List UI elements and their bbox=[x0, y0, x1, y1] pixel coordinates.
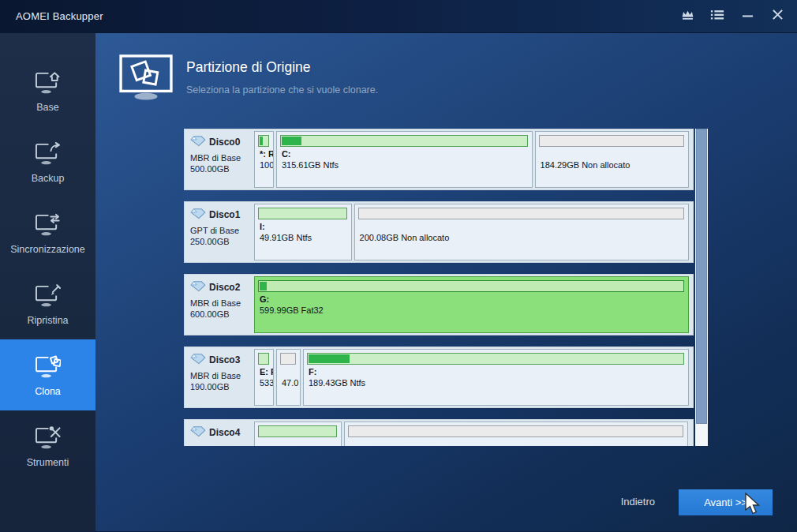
partition-used-fill bbox=[282, 137, 301, 145]
partition-label: G: bbox=[260, 294, 688, 305]
disk-icon bbox=[190, 208, 206, 222]
close-icon bbox=[772, 9, 784, 24]
disk-icon bbox=[190, 135, 206, 149]
partition-usage-bar bbox=[258, 425, 337, 437]
monitor-share-icon bbox=[35, 140, 61, 166]
partition-cell[interactable]: 200.08GB Non allocato bbox=[354, 204, 689, 260]
partition-cell[interactable]: E: R 533. bbox=[254, 349, 274, 406]
partition-usage-bar bbox=[280, 353, 296, 365]
sidebar-item-label: Backup bbox=[32, 173, 65, 184]
window-controls bbox=[672, 6, 792, 28]
page-header: Partizione di Origine Seleziona la parti… bbox=[118, 54, 378, 101]
partition-size: 189.43GB Ntfs bbox=[309, 378, 688, 388]
monitor-restore-icon bbox=[35, 283, 61, 308]
sidebar-item-base[interactable]: Base bbox=[0, 55, 95, 126]
sidebar-item-sincronizzazione[interactable]: Sincronizzazione bbox=[0, 197, 95, 268]
crown-upgrade-icon bbox=[680, 9, 695, 24]
partition-usage-bar bbox=[348, 425, 684, 437]
next-button[interactable]: Avanti >> bbox=[679, 489, 773, 515]
sidebar-item-label: Clona bbox=[35, 386, 61, 397]
partition-cell[interactable]: 47.0 bbox=[276, 349, 301, 406]
partition-usage-bar bbox=[258, 353, 269, 365]
disk-name: Disco2 bbox=[209, 282, 240, 293]
partition-size: 533. bbox=[260, 378, 273, 388]
sidebar-item-clona[interactable]: Clona bbox=[0, 339, 95, 410]
disk-icon bbox=[190, 280, 206, 294]
partition-strip: E: R 533. 47.0 F: 189.43GB Ntfs bbox=[252, 349, 691, 406]
disk-name: Disco0 bbox=[209, 137, 240, 148]
menu-button[interactable] bbox=[702, 6, 732, 28]
partition-label: F: bbox=[309, 367, 688, 377]
partition-size: 315.61GB Ntfs bbox=[282, 160, 532, 170]
partition-label bbox=[282, 367, 300, 377]
sidebar-item-label: Ripristina bbox=[27, 315, 68, 326]
partition-usage-bar bbox=[258, 135, 269, 147]
partition-used-fill bbox=[309, 354, 350, 363]
partition-label bbox=[350, 440, 688, 446]
menu-list-icon bbox=[710, 9, 724, 24]
disk-size: 250.00GB bbox=[190, 236, 252, 247]
disk-partition-style: MBR di Base bbox=[190, 298, 252, 309]
page-subtitle: Seleziona la partizione che si vuole clo… bbox=[186, 84, 378, 96]
app-title: AOMEI Backupper bbox=[16, 10, 103, 22]
partition-cell[interactable]: G: 599.99GB Fat32 bbox=[254, 276, 689, 333]
partition-usage-bar bbox=[280, 135, 528, 147]
sidebar: Base Backup Sincronizzazione Ripristina … bbox=[0, 33, 95, 531]
page-title: Partizione di Origine bbox=[186, 59, 378, 76]
partition-size: 200.08GB Non allocato bbox=[360, 233, 688, 242]
sidebar-item-label: Strumenti bbox=[27, 457, 69, 468]
disk-info: Disco0 MBR di Base 500.00GB bbox=[186, 131, 252, 188]
disk-list: Disco0 MBR di Base 500.00GB *: R 100. C:… bbox=[184, 129, 708, 446]
partition-size: 599.99GB Fat32 bbox=[260, 305, 688, 315]
scrollbar-thumb[interactable] bbox=[696, 129, 707, 424]
partition-strip: *: R 100. C: 315.61GB Ntfs 184.29GB Non … bbox=[252, 131, 691, 188]
partition-cell[interactable] bbox=[344, 421, 689, 446]
partition-label: I: bbox=[260, 222, 351, 232]
disk-row-0: Disco0 MBR di Base 500.00GB *: R 100. C:… bbox=[184, 129, 694, 190]
partition-cell[interactable]: I: 49.91GB Ntfs bbox=[254, 204, 352, 260]
partition-cell[interactable]: C: 315.61GB Ntfs bbox=[276, 131, 533, 188]
monitor-tools-icon bbox=[35, 425, 61, 450]
partition-cell[interactable] bbox=[254, 421, 342, 446]
disk-row-1: Disco1 GPT di Base 250.00GB I: 49.91GB N… bbox=[184, 201, 694, 263]
sidebar-item-ripristina[interactable]: Ripristina bbox=[0, 268, 95, 339]
sidebar-item-strumenti[interactable]: Strumenti bbox=[0, 410, 95, 481]
partition-used-fill bbox=[260, 282, 267, 290]
app-body: Base Backup Sincronizzazione Ripristina … bbox=[0, 33, 797, 531]
disk-info: Disco2 MBR di Base 600.00GB bbox=[186, 276, 252, 333]
partition-strip: I: 49.91GB Ntfs 200.08GB Non allocato bbox=[252, 204, 691, 260]
partition-cell[interactable]: *: R 100. bbox=[254, 131, 274, 188]
partition-label bbox=[260, 440, 341, 446]
disk-icon bbox=[190, 353, 206, 367]
partition-size: 47.0 bbox=[282, 378, 300, 388]
scrollbar-track[interactable] bbox=[695, 129, 708, 446]
aomei-backupper-window: { "window": { "title": "AOMEI Backupper"… bbox=[0, 0, 797, 532]
upgrade-button[interactable] bbox=[672, 6, 702, 28]
partition-cell[interactable]: 184.29GB Non allocato bbox=[535, 131, 689, 188]
disk-info: Disco4 bbox=[186, 421, 252, 446]
minimize-button[interactable] bbox=[732, 6, 762, 28]
partition-label: E: R bbox=[260, 367, 273, 377]
partition-used-fill bbox=[260, 137, 263, 145]
disk-size: 600.00GB bbox=[190, 309, 252, 320]
partition-size: 184.29GB Non allocato bbox=[541, 160, 688, 170]
back-button[interactable]: Indietro bbox=[621, 496, 655, 508]
close-button[interactable] bbox=[762, 6, 792, 28]
disk-name: Disco3 bbox=[209, 354, 240, 365]
disk-info: Disco3 MBR di Base 190.00GB bbox=[186, 349, 252, 406]
disk-name: Disco4 bbox=[209, 427, 240, 438]
sidebar-item-backup[interactable]: Backup bbox=[0, 126, 95, 197]
disk-partition-style: MBR di Base bbox=[190, 152, 252, 163]
partition-usage-bar bbox=[539, 135, 684, 147]
disk-name: Disco1 bbox=[209, 209, 240, 220]
monitor-home-icon bbox=[35, 69, 61, 95]
monitor-clone-icon bbox=[35, 354, 61, 379]
sidebar-item-label: Base bbox=[36, 102, 59, 113]
main-content: Partizione di Origine Seleziona la parti… bbox=[95, 33, 797, 531]
partition-label: *: R bbox=[260, 149, 273, 159]
disk-partition-style: MBR di Base bbox=[190, 370, 252, 381]
monitor-sync-icon bbox=[35, 212, 61, 237]
partition-cell[interactable]: F: 189.43GB Ntfs bbox=[303, 349, 689, 406]
disk-icon bbox=[190, 425, 206, 440]
partition-usage-bar bbox=[258, 280, 684, 292]
